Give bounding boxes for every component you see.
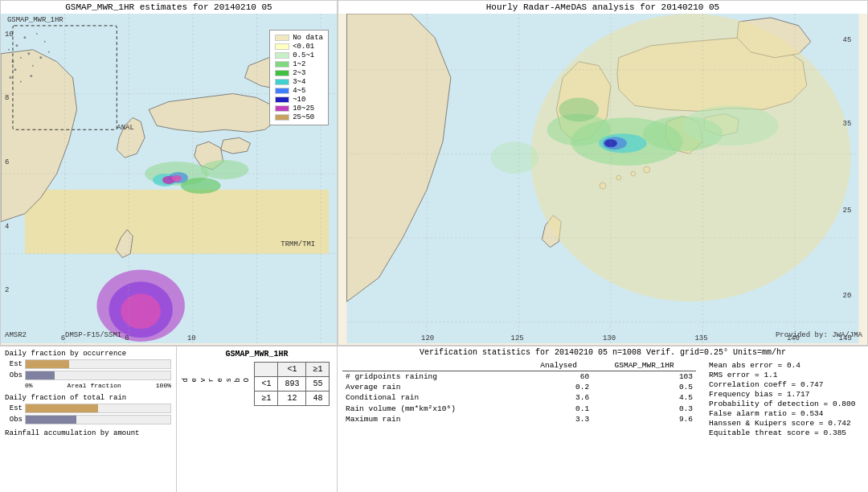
legend-label-3-4: 3~4 — [293, 78, 305, 86]
legend-label-10: ~10 — [293, 96, 305, 104]
rain-est-bar — [25, 404, 171, 413]
verif-label-2: Conditional rain — [342, 392, 525, 403]
verif-gsmap-0: 103 — [592, 371, 696, 383]
svg-point-30 — [39, 56, 42, 59]
contingency-table: <1 ≥1 <1 893 55 ≥1 — [254, 362, 330, 406]
legend-3-4: 3~4 — [275, 78, 323, 86]
svg-point-67 — [530, 14, 850, 301]
obs-side-label: Observed — [182, 378, 251, 382]
contingency-header-empty — [255, 363, 278, 377]
legend-no-data: No data — [275, 34, 323, 42]
provided-by-label: Provided by: JWA/JMA — [776, 331, 862, 339]
svg-point-76 — [491, 141, 539, 174]
verification-panel: Verification statistics for 20140210 05 … — [338, 346, 868, 492]
left-map-panel: GSMAP_MWR_1HR estimates for 20140210 05 — [0, 0, 338, 346]
verif-analysed-3: 0.1 — [525, 403, 592, 414]
svg-text:4: 4 — [5, 223, 9, 231]
legend-color-10 — [275, 96, 289, 103]
accumulation-chart-title: Rainfall accumulation by amount — [5, 429, 171, 437]
verification-title: Verification statistics for 20140210 05 … — [342, 348, 863, 357]
verif-row-0: # gridpoints raining 60 103 — [342, 371, 696, 383]
occurrence-zero-label: 0% — [25, 382, 33, 389]
legend-05-1: 0.5~1 — [275, 51, 323, 59]
occurrence-obs-fill — [26, 371, 55, 379]
svg-text:GSMAP_MWR_1HR: GSMAP_MWR_1HR — [7, 16, 63, 24]
score-2: Correlation coeff = 0.747 — [709, 380, 863, 389]
verif-header-gsmap: GSMAP_MWR_1HR — [592, 360, 696, 371]
svg-point-25 — [20, 57, 22, 59]
verification-table-area: Analysed GSMAP_MWR_1HR # gridpoints rain… — [342, 360, 702, 492]
bottom-left-panel: Daily fraction by occurrence Est Obs 0% … — [0, 346, 177, 492]
legend-color-no-data — [275, 35, 289, 41]
svg-text:8: 8 — [125, 334, 129, 342]
rain-chart-title: Daily fraction of total rain — [5, 394, 171, 402]
legend-color-001 — [275, 43, 289, 50]
rain-obs-row: Obs — [5, 415, 171, 424]
verif-label-3: Rain volume (mm*km²x10⁶) — [342, 403, 525, 414]
svg-text:35: 35 — [843, 120, 852, 128]
right-map-title: Hourly Radar-AMeDAS analysis for 2014021… — [338, 1, 867, 14]
score-3: Frequency bias = 1.717 — [709, 390, 863, 399]
svg-point-19 — [121, 293, 161, 329]
contingency-header-ge1: ≥1 — [306, 363, 330, 377]
rain-est-fill — [26, 404, 98, 412]
rain-obs-fill — [26, 416, 76, 424]
svg-point-11 — [201, 160, 249, 179]
svg-text:120: 120 — [421, 334, 434, 342]
occurrence-obs-bar — [25, 371, 171, 380]
contingency-panel: GSMAP_MWR_1HR Observed <1 ≥1 — [177, 346, 338, 492]
legend-label-2-3: 2~3 — [293, 69, 305, 77]
amsr2-label: AMSR2 — [5, 331, 27, 339]
contingency-title: GSMAP_MWR_1HR — [182, 350, 332, 359]
main-container: GSMAP_MWR_1HR estimates for 20140210 05 — [0, 0, 868, 492]
occurrence-hundred-label: 100% — [156, 382, 171, 389]
svg-point-21 — [36, 33, 38, 35]
svg-text:25: 25 — [843, 207, 852, 215]
svg-point-31 — [48, 51, 50, 53]
verif-label-1: Average rain — [342, 382, 525, 392]
verif-analysed-2: 3.6 — [525, 392, 592, 403]
svg-point-23 — [44, 41, 46, 43]
legend-box: No data <0.01 0.5~1 1~2 — [269, 30, 329, 125]
contingency-row-label-lt1: <1 — [255, 377, 278, 392]
svg-text:20: 20 — [843, 292, 852, 300]
right-map-canvas: 45 35 25 20 120 125 130 135 140 145 Prov… — [338, 14, 867, 343]
verif-gsmap-2: 4.5 — [592, 392, 696, 403]
score-0: Mean abs error = 0.4 — [709, 361, 863, 370]
contingency-cell-12: 12 — [278, 392, 306, 406]
rain-obs-label: Obs — [5, 416, 23, 424]
contingency-row-label-ge1: ≥1 — [255, 392, 278, 406]
svg-text:45: 45 — [843, 36, 852, 44]
legend-4-5: 4~5 — [275, 87, 323, 95]
legend-color-1-2 — [275, 61, 289, 68]
verif-row-1: Average rain 0.2 0.5 — [342, 382, 696, 392]
svg-text:125: 125 — [511, 334, 524, 342]
svg-text:10: 10 — [5, 31, 14, 39]
legend-label-001: <0.01 — [293, 43, 314, 51]
svg-point-28 — [14, 68, 16, 71]
verif-analysed-1: 0.2 — [525, 382, 592, 392]
legend-color-4-5 — [275, 88, 289, 94]
verif-gsmap-3: 0.3 — [592, 403, 696, 414]
legend-001: <0.01 — [275, 43, 323, 51]
legend-label-1-2: 1~2 — [293, 60, 305, 68]
bottom-section: Daily fraction by occurrence Est Obs 0% … — [0, 346, 868, 492]
legend-1-2: 1~2 — [275, 60, 323, 68]
verif-label-4: Maximum rain — [342, 414, 525, 424]
legend-color-05-1 — [275, 52, 289, 59]
contingency-cell-893: 893 — [278, 377, 306, 392]
verif-analysed-0: 60 — [525, 371, 592, 383]
svg-text:TRMM/TMI: TRMM/TMI — [280, 240, 315, 248]
score-1: RMS error = 1.1 — [709, 371, 863, 379]
svg-point-24 — [27, 52, 30, 55]
legend-color-2-3 — [275, 70, 289, 76]
svg-text:10: 10 — [187, 334, 196, 342]
legend-label-no-data: No data — [293, 34, 323, 42]
svg-point-22 — [15, 44, 18, 47]
verif-row-4: Maximum rain 3.3 9.6 — [342, 414, 696, 424]
contingency-row-ge1: ≥1 12 48 — [255, 392, 330, 406]
legend-10-25: 10~25 — [275, 105, 323, 113]
verif-header-label — [342, 360, 525, 371]
occurrence-areal-label: Areal fraction — [68, 382, 121, 389]
occurrence-est-row: Est — [5, 359, 171, 369]
